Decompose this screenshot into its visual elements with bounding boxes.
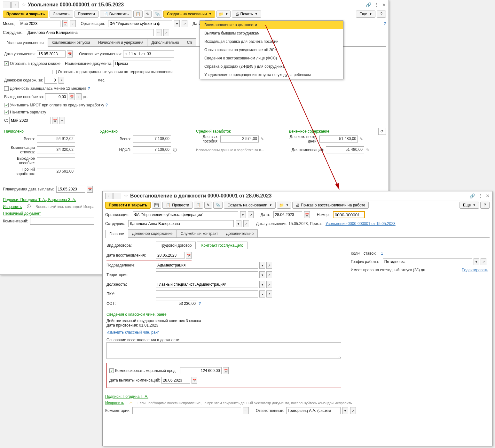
edit-link[interactable]: Редактировать [462,268,488,272]
help-button-2[interactable]: ? [480,202,490,209]
tab-conditions[interactable]: Условия увольнения [3,39,48,47]
less12-checkbox[interactable]: Должность замещалась менее 12 месяцев [4,86,86,91]
help-less12[interactable]: ? [88,86,90,91]
densod-spin[interactable]: ÷ [59,77,64,84]
pos-drop[interactable]: ▾ [259,281,265,288]
print-button[interactable]: 🖨Печать▼ [232,11,261,18]
post-button[interactable]: Провести [75,11,98,18]
from-input[interactable] [9,117,51,124]
fix-link-2[interactable]: Исправить [105,401,124,405]
tab-additional[interactable]: Дополнительно [147,38,183,46]
org-input[interactable] [108,20,172,27]
dropdown-item-reference[interactable]: Исходящая справка для расчета пособий [200,37,343,46]
star-icon-2[interactable]: ☆ [124,193,128,199]
moral-input[interactable] [180,367,222,374]
basis-input[interactable] [123,50,174,58]
month-calendar[interactable]: 📅 [62,20,68,27]
sev-spin[interactable]: ÷ [76,93,82,100]
sched-drop[interactable]: ▾ [474,258,479,265]
tab-sp[interactable]: Сп [183,38,196,46]
sign-link-2[interactable]: Подписи: Погодина Т. А. [105,394,148,399]
org-input-2[interactable] [133,211,238,218]
comp-pay-date-input[interactable] [161,377,190,384]
save-button[interactable]: Записать [50,11,73,18]
employee-input[interactable] [26,29,154,36]
tab-compensation[interactable]: Компенсации отпуска [48,38,94,46]
employee-select[interactable]: ⋯ [156,29,161,36]
restore-date-cal[interactable]: 📅 [186,252,192,259]
post-close-button[interactable]: Провести и закрыть [3,11,48,18]
fix-link[interactable]: Исправить [3,205,22,209]
back-button-2[interactable]: ← [105,193,113,199]
salary-checkbox[interactable]: ✓Начислить зарплату [4,110,46,114]
pku-drop[interactable]: ▾ [259,290,265,297]
fot-help[interactable]: ? [199,301,201,306]
pku-open[interactable]: ↗ [266,290,272,297]
pku-input[interactable] [156,290,258,297]
edit-icon-3[interactable]: ✎ [366,148,369,152]
create-based-button[interactable]: Создать на основании▼ [163,11,215,18]
dropdown-item-payment[interactable]: Выплата бывшим сотрудникам [200,29,343,37]
rates-link[interactable]: 1 [381,251,383,256]
link-icon-2[interactable]: 🔗 [469,193,475,198]
post-close-button-2[interactable]: Провести и закрыть [105,202,151,209]
link-icon[interactable]: 🔗 [366,2,371,7]
create-based-button-2[interactable]: Создать на основании▼ [224,202,275,209]
folder-button[interactable]: 📁▼ [216,11,231,18]
dropdown-item-vacation[interactable]: Уведомление о прекращении отпуска по ухо… [200,71,343,79]
comment-input-2[interactable] [132,407,241,414]
edit-icon-2[interactable]: ✎ [360,137,363,141]
docname-input[interactable] [114,60,171,67]
date-input-2[interactable] [273,211,302,218]
close-icon[interactable]: ✕ [382,2,386,7]
tab-densod[interactable]: Денежное содержание [128,229,177,237]
rank-edit-link[interactable]: Изменить классный чин, ранг [106,330,159,335]
terr-open[interactable]: ↗ [266,271,272,278]
folder-button-2[interactable]: 📁▼ [277,202,291,209]
attach-button-2[interactable]: 📎 [213,202,223,209]
from-cal[interactable]: 📅 [52,117,58,124]
save-icon-button[interactable]: 💾 [152,202,161,209]
month-spin[interactable]: ÷ [70,20,76,27]
tab-contract[interactable]: Служебный контракт [177,229,222,237]
order-button[interactable]: 🖨Приказ о восстановлении на работе [292,202,369,209]
workbook-checkbox[interactable]: ✓Отразить в трудовой книжке [4,61,60,66]
sign-link[interactable]: Подписи: Погодина Т. А., Барышева З. А. [3,197,76,202]
info-icon[interactable]: ⓘ [173,147,177,153]
schedule-input[interactable] [383,258,472,265]
resp-drop[interactable]: ▾ [342,407,348,414]
moral-checkbox[interactable]: ✓Компенсировать моральный вред [109,368,176,373]
restore-date-input[interactable] [156,252,185,259]
pos-input[interactable] [156,281,258,288]
dismiss-link[interactable]: Увольнение 0000-000001 от 15.05.2023 [326,221,396,226]
severance-input[interactable] [45,93,67,100]
forward-button-2[interactable]: → [114,193,121,199]
back-button[interactable]: ← [3,2,11,8]
comment-input[interactable] [30,218,94,225]
help-icon[interactable]: ? [384,21,386,26]
emp-open-2[interactable]: ↗ [243,220,249,227]
edit-button-2[interactable]: ✎ [204,202,212,209]
from-spin[interactable]: ÷ [59,117,65,124]
plan-date-cal[interactable]: 📅 [87,186,93,193]
dept-drop[interactable]: ▾ [259,262,265,269]
more-button[interactable]: Еще▼ [356,11,375,18]
resp-open[interactable]: ↗ [350,407,356,414]
menu-icon-2[interactable]: ⋮ [478,193,483,198]
org-drop-2[interactable]: ▾ [240,211,246,218]
comp-pay-date-cal[interactable]: 📅 [192,377,197,384]
date-cal-2[interactable]: 📅 [304,211,310,218]
dropdown-item-2ndfl[interactable]: Справка о доходах (2-НДФЛ) для сотрудник… [200,62,343,71]
territory-checkbox[interactable]: Отразить территориальные условия по терр… [52,70,173,74]
post-button-2[interactable]: 📋Провести [162,202,192,209]
sev-cal[interactable]: 📅 [69,93,75,100]
plan-date-input[interactable] [56,186,85,193]
basis-restore-textarea[interactable] [106,342,341,359]
employee-open[interactable]: ↗ [163,29,169,36]
attach-button[interactable]: 📎 [153,11,162,18]
forward-button[interactable]: → [11,2,19,8]
dept-input[interactable] [156,262,258,269]
dept-open[interactable]: ↗ [266,262,272,269]
toggle-gov[interactable]: Контракт госслужащего [197,242,247,249]
more-button-2[interactable]: Еще▼ [460,202,479,209]
